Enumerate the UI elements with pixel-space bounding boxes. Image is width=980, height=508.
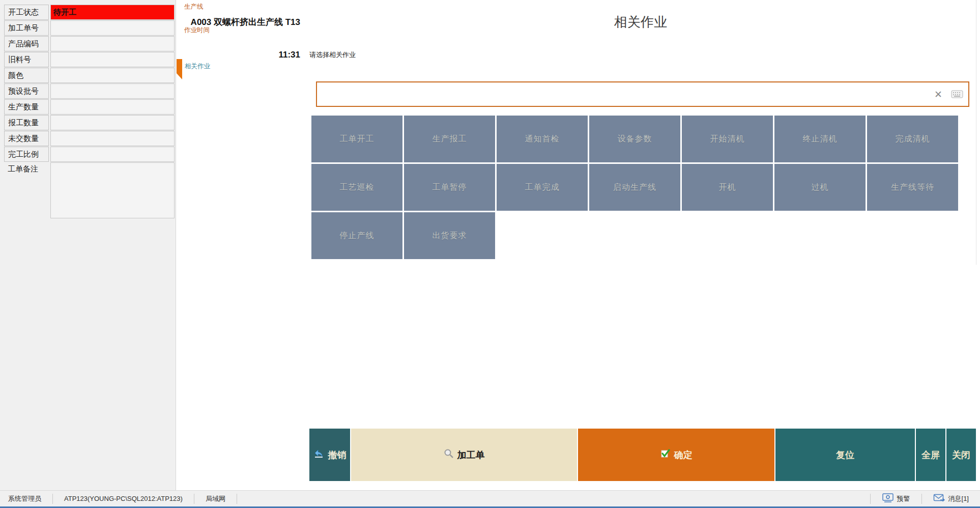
operation-button[interactable]: 通知首检 — [497, 116, 588, 162]
statusbar-item: ATP123(YOUNG-PC\SQL2012:ATP123) — [53, 495, 194, 502]
info-row: 预设批号 — [4, 83, 176, 99]
footer-action-bar: 撤销加工单确定复位全屏关闭 — [309, 429, 976, 481]
info-row: 产品编码 — [4, 36, 176, 51]
button-label: 确定 — [674, 449, 693, 461]
undo-button[interactable]: 撤销 — [309, 429, 350, 481]
clear-input-icon[interactable]: ✕ — [931, 89, 946, 100]
operation-button[interactable]: 生产报工 — [404, 116, 495, 162]
info-row-label: 未交数量 — [4, 131, 49, 146]
status-bar: 系统管理员ATP123(YOUNG-PC\SQL2012:ATP123)局域网预… — [0, 490, 980, 506]
operation-button[interactable]: 停止产线 — [311, 212, 402, 259]
operation-button[interactable]: 终止清机 — [774, 116, 866, 162]
info-row-label: 生产数量 — [4, 99, 49, 115]
info-row: 加工单号 — [4, 20, 176, 36]
info-row: 未交数量 — [4, 131, 176, 146]
button-label: 撤销 — [328, 449, 347, 461]
operation-button[interactable]: 完成清机 — [867, 116, 958, 162]
status-item-label: 消息[1] — [948, 494, 969, 503]
operation-button[interactable]: 出货要求 — [404, 212, 495, 259]
alert-status-item[interactable]: 预警 — [871, 493, 921, 504]
close-button[interactable]: 关闭 — [946, 429, 976, 481]
workorder-info-sidebar: 开工状态待开工加工单号产品编码旧料号颜色预设批号生产数量报工数量未交数量完工比例… — [0, 0, 176, 490]
info-row-value — [50, 52, 175, 67]
statusbar-item: 系统管理员 — [0, 494, 52, 503]
info-row-value — [50, 83, 175, 99]
nav-item-label: 相关作业 — [185, 62, 210, 71]
check-icon — [660, 449, 671, 461]
info-row-value — [50, 36, 175, 51]
keyboard-icon[interactable] — [946, 90, 968, 98]
production-line-label: 生产线 — [184, 3, 204, 11]
info-row-value — [50, 20, 175, 36]
info-row: 开工状态待开工 — [4, 5, 176, 20]
status-item-label: 预警 — [897, 494, 910, 503]
info-row: 报工数量 — [4, 115, 176, 130]
operation-button[interactable]: 开机 — [682, 164, 773, 211]
info-row-label: 产品编码 — [4, 36, 49, 51]
operation-button[interactable]: 开始清机 — [682, 116, 773, 162]
button-label: 关闭 — [952, 449, 970, 461]
page-title: 相关作业 — [305, 13, 976, 31]
operation-button[interactable]: 工艺巡检 — [311, 164, 402, 211]
info-row-value — [50, 99, 175, 115]
info-row-value: 待开工 — [50, 5, 175, 20]
info-row: 旧料号 — [4, 52, 176, 67]
button-label: 复位 — [836, 449, 854, 461]
info-row-label: 开工状态 — [4, 5, 49, 20]
info-row-label: 加工单号 — [4, 20, 49, 36]
operation-button[interactable]: 生产线等待 — [867, 164, 958, 211]
operation-button[interactable]: 工单开工 — [311, 116, 402, 162]
fullscreen-button[interactable]: 全屏 — [916, 429, 945, 481]
button-label: 全屏 — [921, 449, 940, 461]
nav-item-related-operations[interactable]: 相关作业 — [177, 58, 305, 77]
select-hint-text: 请选择相关作业 — [309, 50, 356, 60]
related-operation-grid: 工单开工生产报工通知首检设备参数开始清机终止清机完成清机工艺巡检工单暂停工单完成… — [311, 116, 958, 259]
confirm-button[interactable]: 确定 — [578, 429, 774, 481]
operation-button[interactable]: 启动生产线 — [589, 164, 680, 211]
magnifier-icon — [444, 448, 454, 461]
task-search-input[interactable] — [317, 82, 931, 106]
info-row-label: 旧料号 — [4, 52, 49, 67]
info-row: 工单备注 — [4, 162, 176, 218]
info-row-label: 工单备注 — [4, 162, 49, 178]
button-label: 加工单 — [457, 449, 485, 461]
task-search-box: ✕ — [316, 81, 969, 107]
info-row-value — [50, 147, 175, 162]
workorder-button[interactable]: 加工单 — [351, 429, 577, 481]
info-row-label: 报工数量 — [4, 115, 49, 130]
info-row: 生产数量 — [4, 99, 176, 115]
reset-button[interactable]: 复位 — [775, 429, 915, 481]
message-envelope-icon — [933, 494, 945, 504]
alert-monitor-icon — [882, 493, 894, 504]
related-operations-screen: 开工状态待开工加工单号产品编码旧料号颜色预设批号生产数量报工数量未交数量完工比例… — [0, 0, 980, 508]
info-row-value — [50, 68, 175, 83]
operation-button[interactable]: 工单完成 — [497, 164, 588, 211]
message-status-item[interactable]: 消息[1] — [922, 494, 980, 504]
selected-flag-icon — [177, 59, 182, 79]
statusbar-separator — [237, 494, 237, 504]
workcenter-panel: 生产线 A003 双螺杆挤出生产线 T13 作业时间 11:31 相关作业 — [177, 0, 305, 265]
operation-button[interactable]: 工单暂停 — [404, 164, 495, 211]
operation-button[interactable]: 过机 — [774, 164, 866, 211]
panel-divider — [976, 0, 976, 265]
info-row: 颜色 — [4, 68, 176, 83]
info-row-label: 预设批号 — [4, 83, 49, 99]
work-time-label: 作业时间 — [184, 26, 210, 35]
info-row-value — [50, 131, 175, 146]
info-row-label: 完工比例 — [4, 147, 49, 162]
info-row-value — [50, 162, 175, 218]
info-row: 完工比例 — [4, 147, 176, 162]
operation-button[interactable]: 设备参数 — [589, 116, 680, 162]
undo-icon — [313, 449, 325, 461]
info-row-label: 颜色 — [4, 68, 49, 83]
statusbar-item: 局域网 — [194, 494, 237, 503]
info-row-value — [50, 115, 175, 130]
